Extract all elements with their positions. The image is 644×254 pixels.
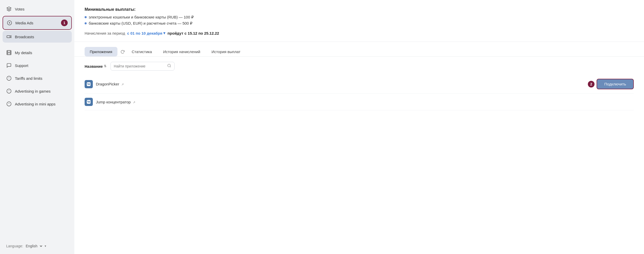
ext-link-icon-dragon[interactable]: ↗: [121, 83, 124, 86]
ext-link-icon-jump[interactable]: ↗: [133, 101, 135, 104]
sidebar-item-tariffs[interactable]: Tariffs and limits: [3, 72, 72, 84]
name-column-header: Название ⇅: [85, 64, 106, 69]
table-section: Название ⇅: [74, 57, 644, 254]
app-name-jump: Jump концентратор ↗: [96, 100, 135, 104]
period-dropdown-icon: ▾: [163, 31, 165, 35]
app-list: DragonPicker ↗ 2 Подключить: [85, 75, 634, 110]
app-name-text-dragon: DragonPicker: [96, 82, 119, 86]
chat-icon: [6, 63, 12, 68]
vk-logo-jump: [85, 98, 93, 106]
svg-marker-0: [7, 7, 11, 9]
sidebar-item-broadcasts[interactable]: Broadcasts: [3, 31, 72, 43]
play-icon: [7, 20, 12, 26]
pay-dot-rub: [85, 16, 87, 18]
app-name-dragon: DragonPicker ↗: [96, 82, 124, 86]
svg-point-22: [168, 64, 170, 67]
search-icon: [167, 64, 171, 69]
pay-text-usd: банковские карты (USD, EUR) и расчетные …: [89, 21, 193, 26]
tab-stats[interactable]: Статистика: [127, 47, 157, 56]
tab-accruals[interactable]: История начислений: [158, 47, 205, 56]
app-info-dragon: DragonPicker ↗: [85, 80, 588, 88]
language-label: Language:: [6, 244, 23, 248]
period-date-text: с 01 по 10 декабря: [127, 31, 162, 35]
sidebar-my-details-label: My details: [15, 51, 32, 55]
search-input[interactable]: [114, 64, 165, 68]
chevron-down-icon: ▾: [45, 244, 46, 248]
name-col-label: Название: [85, 64, 103, 69]
table-header-row: Название ⇅: [85, 62, 634, 71]
info-mini-icon: [6, 101, 12, 107]
language-row: Language: English Русский ▾: [3, 241, 72, 251]
main-content: Минимальные выплаты: электронные кошельк…: [74, 0, 644, 254]
sidebar-tariffs-label: Tariffs and limits: [15, 76, 42, 81]
period-row: Начисления за период с 01 по 10 декабря …: [85, 31, 634, 35]
layers-icon: [6, 6, 12, 12]
sidebar-adv-mini-label: Advertising in mini apps: [15, 102, 55, 106]
sidebar-item-support[interactable]: Support: [3, 60, 72, 71]
svg-marker-2: [9, 22, 10, 24]
period-label: Начисления за период: [85, 31, 125, 35]
pay-list: электронные кошельки и банковские карты …: [85, 15, 634, 26]
refresh-button[interactable]: [118, 48, 127, 56]
svg-marker-4: [10, 36, 11, 38]
film-icon: [6, 50, 12, 55]
tabs-section: Приложения Статистика История начислений…: [74, 42, 644, 57]
sidebar-item-my-details[interactable]: My details: [3, 47, 72, 58]
min-pay-title: Минимальные выплаты:: [85, 7, 634, 12]
period-date-select[interactable]: с 01 по 10 декабря ▾: [127, 31, 165, 35]
vk-logo-dragon: [85, 80, 93, 88]
tab-payouts[interactable]: История выплат: [206, 47, 246, 56]
sidebar-support-label: Support: [15, 63, 28, 68]
connect-button-dragon[interactable]: Подключить: [597, 79, 634, 89]
app-name-text-jump: Jump концентратор: [96, 100, 131, 104]
sidebar-item-votes[interactable]: Votes: [3, 3, 72, 15]
info-tariffs-icon: [6, 75, 12, 81]
top-info-section: Минимальные выплаты: электронные кошельк…: [74, 0, 644, 42]
connect-badge: 2: [588, 81, 595, 87]
sidebar-broadcasts-label: Broadcasts: [15, 35, 34, 39]
connect-area-dragon: 2 Подключить: [588, 79, 634, 89]
sidebar-item-advertising-games[interactable]: Advertising in games: [3, 85, 72, 97]
language-select[interactable]: English Русский: [25, 244, 43, 248]
svg-rect-3: [7, 36, 10, 38]
sidebar-votes-label: Votes: [15, 7, 25, 11]
svg-line-23: [170, 66, 171, 67]
sidebar-adv-games-label: Advertising in games: [15, 89, 51, 93]
pay-dot-usd: [85, 22, 87, 24]
pay-item-rub: электронные кошельки и банковские карты …: [85, 15, 634, 19]
search-box[interactable]: [110, 62, 175, 71]
tab-apps[interactable]: Приложения: [85, 47, 117, 56]
table-row: Jump концентратор ↗: [85, 94, 634, 110]
period-result: пройдут с 15.12 по 25.12.22: [167, 31, 219, 35]
app-info-jump: Jump концентратор ↗: [85, 98, 634, 106]
sidebar-item-media-ads[interactable]: Media Ads 1: [3, 16, 72, 30]
sidebar-item-advertising-mini[interactable]: Advertising in mini apps: [3, 98, 72, 110]
table-row: DragonPicker ↗ 2 Подключить: [85, 75, 634, 94]
pay-item-usd: банковские карты (USD, EUR) и расчетные …: [85, 21, 634, 26]
sidebar: Votes Media Ads 1 Broadcasts: [0, 0, 74, 254]
sort-icon[interactable]: ⇅: [104, 64, 106, 68]
sidebar-media-ads-label: Media Ads: [15, 21, 33, 25]
media-ads-badge: 1: [61, 19, 68, 26]
info-games-icon: [6, 88, 12, 94]
video-icon: [6, 34, 12, 40]
pay-text-rub: электронные кошельки и банковские карты …: [89, 15, 194, 19]
